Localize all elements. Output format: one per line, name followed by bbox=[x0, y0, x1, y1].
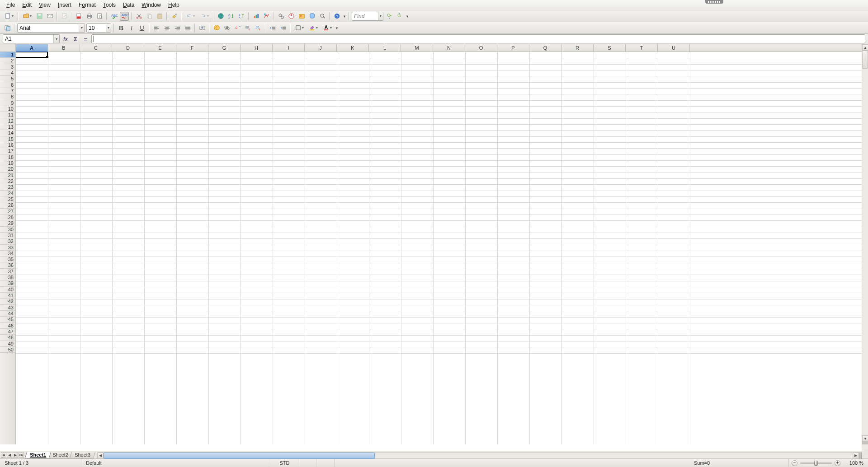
cell-grid[interactable] bbox=[16, 52, 862, 444]
column-header[interactable]: D bbox=[112, 44, 144, 52]
row-header[interactable]: 47 bbox=[0, 329, 15, 335]
background-color-button[interactable]: ▾ bbox=[307, 23, 320, 33]
column-header[interactable]: O bbox=[465, 44, 497, 52]
column-header[interactable]: S bbox=[594, 44, 626, 52]
sum-button[interactable]: Σ bbox=[71, 35, 80, 43]
column-header[interactable]: A bbox=[16, 44, 48, 52]
font-size-combo[interactable]: ▾ bbox=[86, 23, 111, 33]
font-size-input[interactable] bbox=[87, 25, 106, 31]
row-header[interactable]: 14 bbox=[0, 130, 15, 136]
row-header[interactable]: 11 bbox=[0, 112, 15, 118]
sheet-next-button[interactable]: ▶ bbox=[13, 452, 18, 458]
scroll-down-button[interactable]: ▼ bbox=[862, 435, 868, 442]
sheet-prev-button[interactable]: ◀ bbox=[7, 452, 12, 458]
scroll-right-button[interactable]: ▶ bbox=[853, 453, 859, 459]
status-sum[interactable]: Sum=0 bbox=[689, 459, 789, 467]
menu-tools[interactable]: Tools bbox=[99, 0, 119, 10]
add-decimal-button[interactable]: .00 bbox=[243, 23, 252, 33]
print-preview-button[interactable] bbox=[95, 12, 104, 21]
column-header[interactable]: U bbox=[658, 44, 690, 52]
scroll-up-button[interactable]: ▲ bbox=[862, 44, 868, 51]
zoom-button[interactable] bbox=[318, 12, 327, 21]
row-header[interactable]: 33 bbox=[0, 245, 15, 251]
row-header[interactable]: 10 bbox=[0, 106, 15, 112]
row-header[interactable]: 31 bbox=[0, 233, 15, 238]
row-header[interactable]: 50 bbox=[0, 347, 15, 353]
menu-view[interactable]: View bbox=[35, 0, 54, 10]
find-input[interactable] bbox=[352, 13, 378, 19]
row-header[interactable]: 26 bbox=[0, 202, 15, 208]
column-header[interactable]: L bbox=[369, 44, 401, 52]
open-document-button[interactable]: ▾ bbox=[21, 12, 33, 21]
delete-decimal-button[interactable]: .00 bbox=[254, 23, 263, 33]
column-header[interactable]: R bbox=[561, 44, 594, 52]
row-header[interactable]: 20 bbox=[0, 166, 15, 172]
row-header[interactable]: 1 bbox=[0, 52, 15, 58]
find-previous-button[interactable] bbox=[395, 12, 404, 21]
row-header[interactable]: 46 bbox=[0, 323, 15, 329]
column-header[interactable]: P bbox=[497, 44, 529, 52]
currency-button[interactable] bbox=[212, 23, 221, 33]
show-draw-functions-button[interactable] bbox=[262, 12, 271, 21]
row-header[interactable]: 24 bbox=[0, 191, 15, 196]
row-header[interactable]: 38 bbox=[0, 275, 15, 280]
scroll-left-button[interactable]: ◀ bbox=[97, 453, 104, 459]
toolbar-overflow-3[interactable]: ▾ bbox=[335, 23, 339, 33]
status-style[interactable]: Default bbox=[81, 459, 271, 467]
sheet-tab[interactable]: Sheet3 bbox=[70, 452, 96, 458]
row-header[interactable]: 19 bbox=[0, 160, 15, 166]
row-header[interactable]: 17 bbox=[0, 148, 15, 154]
column-header[interactable]: J bbox=[305, 44, 337, 52]
borders-button[interactable]: ▾ bbox=[293, 23, 306, 33]
find-next-button[interactable] bbox=[385, 12, 394, 21]
chevron-down-icon[interactable]: ▾ bbox=[79, 24, 85, 32]
column-header[interactable]: Q bbox=[529, 44, 561, 52]
align-right-button[interactable] bbox=[173, 23, 182, 33]
hscroll-track[interactable] bbox=[104, 453, 853, 459]
menu-window[interactable]: Window bbox=[138, 0, 165, 10]
active-cell-indicator[interactable] bbox=[16, 52, 48, 58]
select-all-corner[interactable] bbox=[0, 44, 16, 52]
hscroll-thumb[interactable] bbox=[104, 453, 375, 459]
column-header[interactable]: N bbox=[433, 44, 465, 52]
column-header[interactable]: C bbox=[80, 44, 112, 52]
row-header[interactable]: 43 bbox=[0, 305, 15, 311]
row-header[interactable]: 8 bbox=[0, 94, 15, 100]
row-header[interactable]: 18 bbox=[0, 154, 15, 160]
menu-file[interactable]: File bbox=[3, 0, 19, 10]
decrease-indent-button[interactable] bbox=[268, 23, 277, 33]
row-header[interactable]: 2 bbox=[0, 58, 15, 64]
row-header[interactable]: 7 bbox=[0, 88, 15, 94]
column-header[interactable]: E bbox=[144, 44, 176, 52]
zoom-out-button[interactable]: − bbox=[792, 460, 797, 466]
hyperlink-button[interactable] bbox=[216, 12, 225, 21]
font-name-combo[interactable]: ▾ bbox=[17, 23, 85, 33]
spellcheck-button[interactable]: ABC bbox=[109, 12, 118, 21]
align-center-button[interactable] bbox=[162, 23, 171, 33]
row-header[interactable]: 3 bbox=[0, 64, 15, 70]
find-toolbar-input[interactable]: ▾ bbox=[352, 12, 383, 21]
chevron-down-icon[interactable]: ▾ bbox=[53, 35, 59, 43]
row-header[interactable]: 45 bbox=[0, 317, 15, 322]
insert-chart-button[interactable] bbox=[251, 12, 260, 21]
row-headers[interactable]: 1234567891011121314151617181920212223242… bbox=[0, 52, 16, 444]
row-header[interactable]: 35 bbox=[0, 257, 15, 262]
menu-data[interactable]: Data bbox=[119, 0, 138, 10]
undo-button[interactable]: ▾ bbox=[184, 12, 197, 21]
row-header[interactable]: 37 bbox=[0, 269, 15, 275]
sheet-tab[interactable]: Sheet1 bbox=[25, 452, 52, 458]
row-header[interactable]: 25 bbox=[0, 196, 15, 202]
row-header[interactable]: 32 bbox=[0, 238, 15, 244]
menu-help[interactable]: Help bbox=[165, 0, 183, 10]
zoom-thumb[interactable] bbox=[814, 461, 818, 466]
cell-reference-input[interactable] bbox=[3, 36, 53, 42]
save-button[interactable] bbox=[35, 12, 44, 21]
row-header[interactable]: 5 bbox=[0, 76, 15, 82]
row-header[interactable]: 44 bbox=[0, 311, 15, 317]
horizontal-scrollbar[interactable]: ◀ ▶ bbox=[97, 452, 862, 458]
align-left-button[interactable] bbox=[152, 23, 161, 33]
menu-edit[interactable]: Edit bbox=[19, 0, 35, 10]
email-document-button[interactable] bbox=[45, 12, 54, 21]
column-header[interactable]: M bbox=[401, 44, 433, 52]
data-sources-button[interactable] bbox=[307, 12, 316, 21]
